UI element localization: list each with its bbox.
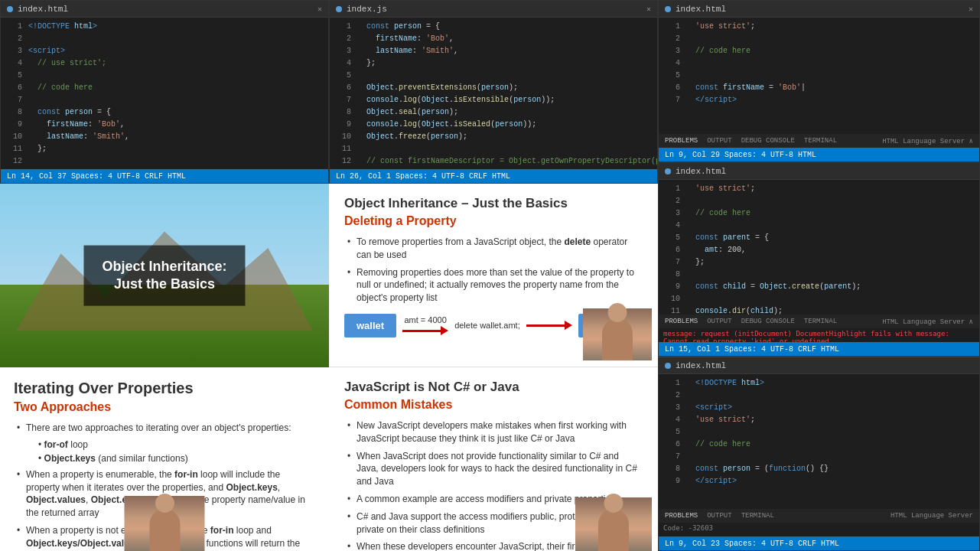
top-left-footer: Ln 14, Col 37 Spaces: 4 UTF-8 CRLF HTML [1,169,328,183]
top-left-header[interactable]: index.html ✕ [1,1,328,18]
delete-label: delete wallet.amt; [454,321,520,330]
top-mid-title: index.js [347,5,387,14]
right-mid-header[interactable]: index.html [659,163,979,180]
iterating-title: Iterating Over Properties [14,380,315,397]
right-top-title: index.html [676,5,726,14]
top-mid-header[interactable]: index.js ✕ [330,1,657,18]
right-top-code-panel: index.html ✕ 1 'use strict'; 2 3 // code… [658,0,980,162]
inheritance-slide: Object Inheritance – Just the Basics Del… [329,184,658,367]
right-panels: index.html ✕ 1 'use strict'; 2 3 // code… [658,0,980,551]
inheritance-bullet-2: Removing properties does more than set t… [344,266,643,305]
right-top-header[interactable]: index.html ✕ [659,1,979,18]
js-mistakes-bullet-2: When JavaScript does not provide functio… [344,450,643,488]
right-bottom-code-label: Code: -32603 [659,523,979,536]
js-mistakes-subtitle: Common Mistakes [344,398,643,412]
right-top-code-body: 1 'use strict'; 2 3 // code here 4 5 6 c… [659,18,979,148]
js-mistakes-video-thumb [575,497,652,551]
iterating-slide: Iterating Over Properties Two Approaches… [0,367,329,551]
top-mid-code-panel: index.js ✕ 1 const person = { 2 firstNam… [329,0,658,184]
right-bottom-footer: Ln 9, Col 23 Spaces: 4 UTF-8 CRLF HTML [659,536,979,550]
iterating-subtitle: Two Approaches [14,400,315,414]
right-mid-title: index.html [676,167,726,176]
inheritance-subtitle: Deleting a Property [344,214,643,228]
top-mid-code-body: 1 const person = { 2 firstName: 'Bob', 3… [330,18,657,169]
right-mid-code-panel: index.html 1 'use strict'; 2 3 // code h… [658,162,980,357]
top-left-code-body: 1<!DOCTYPE html> 2 3<script> 4 // use st… [1,18,328,169]
right-bottom-code-panel: index.html 1 <!DOCTYPE html> 2 3 <script… [658,357,980,551]
inheritance-title: Object Inheritance – Just the Basics [344,196,643,211]
top-mid-footer: Ln 26, Col 1 Spaces: 4 UTF-8 CRLF HTML [330,169,657,183]
bottom-left-area: Object Inheritance: Just the Basics Iter… [0,184,329,551]
right-top-tabs: PROBLEMS OUTPUT DEBUG CONSOLE TERMINAL H… [659,134,979,148]
iter-bullet-1b: • Object.keys (and similar functions) [14,453,315,464]
iter-bullet-1a: • for-of loop [14,439,315,450]
right-mid-footer: Ln 15, Col 1 Spaces: 4 UTF-8 CRLF HTML [659,342,979,356]
wallet-label: amt = 4000 [404,315,446,324]
right-top-footer: Ln 9, Col 29 Spaces: 4 UTF-8 HTML [659,148,979,161]
iter-bullet-1: There are two approaches to iterating ov… [14,422,315,435]
right-mid-error: message: request (initDocument) Document… [659,328,979,342]
js-mistakes-title: JavaScript is Not C# or Java [344,380,643,395]
right-arrow [526,321,572,330]
bottom-left-video-thumb [125,496,205,551]
right-bottom-header[interactable]: index.html [659,357,979,374]
right-bottom-tabs: PROBLEMS OUTPUT TERMINAL HTML Language S… [659,509,979,523]
wallet-box-1: wallet [344,314,396,337]
top-left-title: index.html [18,5,68,14]
inheritance-video-thumb [583,308,652,360]
inheritance-bullet-1: To remove properties from a JavaScript o… [344,236,643,262]
js-mistakes-slide: JavaScript is Not C# or Java Common Mist… [329,367,658,551]
js-mistakes-bullet-1: New JavaScript developers make mistakes … [344,419,643,445]
top-left-code-panel: index.html ✕ 1<!DOCTYPE html> 2 3<script… [0,0,329,184]
left-arrow [402,326,448,335]
right-bottom-title: index.html [676,361,726,370]
right-mid-tabs: PROBLEMS OUTPUT DEBUG CONSOLE TERMINAL H… [659,315,979,328]
rollercoaster-panel: Object Inheritance: Just the Basics [0,184,329,367]
bottom-mid-area: Object Inheritance – Just the Basics Del… [329,184,658,551]
rollercoaster-overlay: Object Inheritance: Just the Basics [83,246,245,306]
